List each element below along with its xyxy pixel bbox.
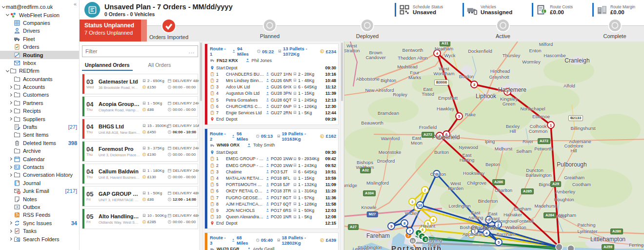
order-card[interactable]: 03WedGatemaster Ltd36 Brookside Road, Ha… (82, 74, 198, 94)
sidebar-item-search-folders[interactable]: Search Folders (0, 235, 79, 243)
chevron-right-icon[interactable] (9, 237, 14, 241)
chevron-down-icon[interactable] (5, 13, 10, 17)
sidebar-item-partners[interactable]: Partners (0, 99, 79, 107)
route-stop-row[interactable]: EndDepot09:29 (210, 116, 336, 123)
sidebar-item-deleted-items[interactable]: Deleted Items398 (0, 139, 79, 147)
sidebar-item-drafts[interactable]: Drafts[27] (0, 123, 79, 131)
chevron-down-icon[interactable] (5, 69, 10, 73)
tab-unplanned-orders[interactable]: Unplanned Orders (82, 61, 133, 71)
sidebar-item-suppliers[interactable]: Suppliers (0, 115, 79, 123)
route-3-yellow-marker-5[interactable]: 5 (424, 220, 431, 227)
order-card[interactable]: 05FriAlto Handling LtdOldlands Way, West… (82, 208, 198, 229)
orders-scrollbar[interactable] (199, 42, 203, 250)
route-stop-row[interactable]: 5PORTSMOUTH DEMOLITIONPO18 5JF1 - 132Kg1… (210, 182, 336, 188)
chevron-right-icon[interactable] (9, 117, 14, 121)
route-1-red-marker-4[interactable]: 4 (434, 50, 441, 57)
step-planned[interactable]: Planned (260, 20, 280, 39)
sidebar-item-redfirm[interactable]: REDfirm (0, 67, 79, 75)
depot-marker[interactable] (567, 245, 574, 250)
route-2-blue-marker-6[interactable]: 6 (433, 170, 440, 177)
sidebar-item-notes[interactable]: Notes (0, 195, 79, 203)
route-stop-row[interactable]: 5Petra GonsalvesGU28 6QT1 - 245Kg12:13 (210, 97, 336, 103)
route-stop-row[interactable]: 2Mrs Lindsey Binns - UPNGU26 6NR1 - 48Kg… (210, 77, 336, 83)
depot-marker[interactable] (556, 244, 563, 250)
route-card[interactable]: Route - 368 Miles05:4018 Pallets - 12802… (204, 232, 339, 250)
sidebar-item-matt-redfirm-co-uk[interactable]: matt@redfirm.co.uk (0, 3, 79, 11)
order-card[interactable]: 04ThuCallum BaldwinUnit 8, Havant Busine… (82, 164, 198, 184)
route-2-blue-marker-9[interactable]: 9 (388, 223, 395, 229)
route-card[interactable]: Route - 256 Miles05:1319 Pallets - 10163… (204, 128, 339, 229)
route-1-red-marker-2[interactable]: 2 (504, 88, 511, 95)
map[interactable]: 1171234567123123456789101234567West Stra… (344, 42, 644, 250)
route-4-green-marker-3[interactable]: 3 (422, 236, 429, 243)
route-stop-row[interactable]: 7FUGRO GEOSERVICES LTDPO17 8GT1 - 57Kg11… (210, 194, 336, 201)
route-stop-row[interactable]: 9JON NICHOLSPO17 6RS1 - 50Kg12:03 (210, 207, 336, 213)
chevron-right-icon[interactable] (9, 101, 14, 105)
sidebar-item-calendar[interactable]: Calendar (0, 155, 79, 163)
route-stop-row[interactable]: 3ChatimePO3 5JT6 - 645Kg10:51 (210, 168, 336, 175)
route-2-blue-marker-7[interactable]: 7 (406, 228, 413, 234)
step-complete[interactable]: Complete (603, 20, 626, 39)
route-stop-row[interactable]: 7Engie Services LtdGU27 2RN1 - 5Kg12:44 (210, 109, 336, 116)
step-active[interactable]: Active (496, 20, 510, 39)
sidebar-item-inbox[interactable]: Inbox (0, 59, 79, 67)
route-stop-row[interactable]: 6CHURCHERS COLLEGEGU27 6NP1 - 126Kg12:30 (210, 103, 336, 109)
order-card[interactable]: 05FriGAP GROUP LTDUNIT 3, HERMITAGE PARK… (82, 186, 198, 207)
chevron-right-icon[interactable] (9, 165, 14, 169)
collapse-pane-icon[interactable]: « (74, 1, 77, 7)
route-stop-row[interactable]: 1CHANDLERS BUILDING SUPPLIESGU27 1HN2 - … (210, 71, 336, 77)
sidebar-item-routing[interactable]: Routing (0, 51, 79, 59)
route-stop-row[interactable]: EndDepot12:15 (210, 220, 336, 227)
sidebar-item-customers[interactable]: Customers (0, 91, 79, 99)
chevron-right-icon[interactable] (9, 221, 14, 225)
sidebar-item-sent-items[interactable]: Sent Items (0, 131, 79, 139)
route-1-red-marker-6[interactable]: 6 (443, 131, 450, 138)
route-stop-row[interactable]: 1EMEG GROUP - Before 10PO20 1NW9 - 2934K… (210, 156, 336, 162)
sidebar-item-contacts[interactable]: Contacts (0, 163, 79, 171)
route-2-blue-marker-3[interactable]: 3 (485, 216, 492, 223)
sidebar-item-sync-issues[interactable]: Sync Issues34 (0, 219, 79, 227)
chevron-right-icon[interactable] (9, 85, 14, 89)
sidebar-item-archive[interactable]: Archive (0, 147, 79, 155)
route-card[interactable]: Route - 194 Miles05:2213 Pallets - 1072K… (204, 43, 339, 125)
route-1-red-marker-7[interactable]: 7 (436, 132, 443, 139)
route-2-blue-marker-4[interactable]: 4 (483, 229, 490, 236)
route-1-red-marker-1[interactable]: 1 (547, 122, 554, 128)
route-3-yellow-marker-2[interactable]: 2 (422, 187, 428, 193)
routes-scrollbar[interactable] (340, 42, 344, 250)
step-deployed[interactable]: Deployed (356, 20, 379, 39)
order-card[interactable]: 04ThuBHGS LtdUnit A8-A18, New Barn Offic… (82, 119, 198, 139)
route-2-blue-marker-5[interactable]: 5 (495, 239, 502, 246)
sidebar-item-junk-email[interactable]: Junk Email[217] (0, 187, 79, 195)
sidebar-item-conversation-history[interactable]: Conversation History (0, 171, 79, 179)
sidebar-item-drivers[interactable]: Drivers (0, 27, 79, 35)
route-2-blue-marker-1[interactable]: 1 (471, 228, 478, 234)
sidebar-item-recipts[interactable]: Recipts (0, 107, 79, 115)
filter-input[interactable] (85, 48, 189, 54)
sidebar-item-companies[interactable]: Companies (0, 19, 79, 27)
tab-all-orders[interactable]: All Orders (145, 61, 174, 71)
route-stop-row[interactable]: StartDepot09:30 (210, 64, 336, 71)
route-stop-row[interactable]: 10Queen Alexandra Hospital - UPNPO20 1NR… (210, 214, 336, 220)
sidebar-item-outbox[interactable]: Outbox (0, 203, 79, 211)
sidebar-item-journal[interactable]: Journal (0, 179, 79, 187)
chevron-right-icon[interactable] (9, 109, 14, 113)
chevron-right-icon[interactable] (9, 93, 14, 97)
sidebar-item-accountants[interactable]: Accountants (0, 75, 79, 83)
route-stop-row[interactable]: 3Adco UK LtdGU26 6HX6 - 645Kg11:12 (210, 84, 336, 90)
order-card[interactable]: 04ThuAcopia Group LtdClaybank Road, Hamp… (82, 96, 198, 117)
route-stop-row[interactable]: 6OKEY RETAIL ORIENTAL SUPERM...PO18 3TR1… (210, 188, 336, 194)
route-stop-row[interactable]: 4Augustus Oils LtdGU28 3PN1 - 15Kg11:39 (210, 90, 336, 97)
sidebar-item-orders[interactable]: Orders (0, 43, 79, 51)
route-2-blue-marker-10[interactable]: 10 (417, 202, 423, 208)
route-2-blue-marker-8[interactable]: 8 (401, 220, 408, 227)
chevron-down-icon[interactable] (1, 5, 6, 9)
filter-menu-icon[interactable]: ... (189, 48, 195, 54)
route-stop-row[interactable]: 4MATALAN RETAIL LTDPO18 8FL1 - 15Kg10:59 (210, 175, 336, 181)
sidebar-item-accounts[interactable]: Accounts (0, 83, 79, 91)
route-1-red-marker-5[interactable]: 5 (456, 113, 463, 120)
route-stop-row[interactable]: StartDepot09:30 (210, 149, 336, 156)
step-orders-imported[interactable]: Orders Imported (149, 20, 188, 40)
route-1-red-marker-3[interactable]: 3 (471, 81, 478, 88)
sidebar-item-tasks[interactable]: Tasks (0, 227, 79, 235)
